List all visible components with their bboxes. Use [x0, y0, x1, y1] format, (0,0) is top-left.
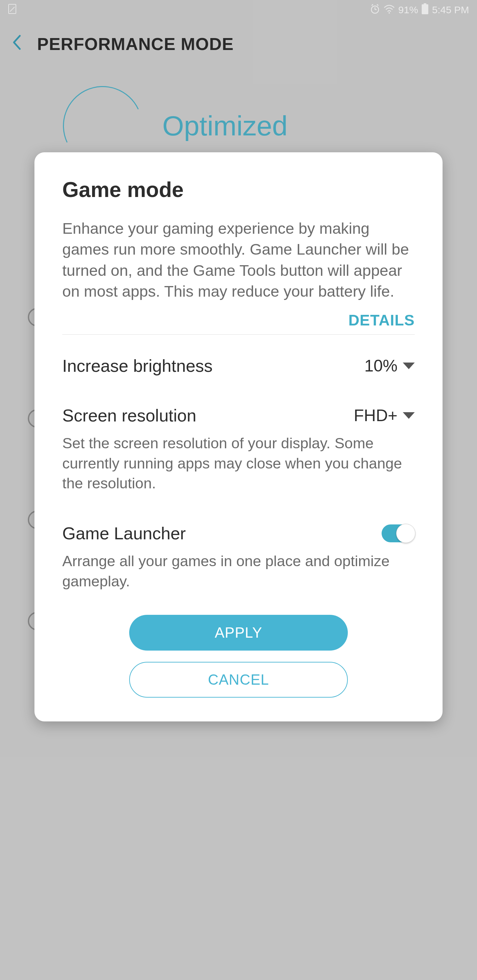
resolution-label: Screen resolution — [62, 406, 196, 425]
brightness-dropdown[interactable]: 10% — [364, 356, 415, 375]
dialog-description: Enhance your gaming experience by making… — [62, 218, 415, 302]
divider — [62, 334, 415, 335]
apply-button[interactable]: APPLY — [129, 615, 348, 651]
chevron-down-icon — [403, 412, 415, 419]
resolution-row[interactable]: Screen resolution FHD+ — [62, 406, 415, 425]
details-link[interactable]: DETAILS — [62, 311, 415, 329]
resolution-value: FHD+ — [354, 406, 397, 425]
brightness-label: Increase brightness — [62, 356, 213, 376]
brightness-value: 10% — [364, 356, 397, 375]
game-launcher-description: Arrange all your games in one place and … — [62, 551, 415, 592]
dialog-buttons: APPLY CANCEL — [62, 615, 415, 698]
chevron-down-icon — [403, 363, 415, 369]
brightness-row[interactable]: Increase brightness 10% — [62, 356, 415, 376]
game-launcher-toggle[interactable] — [381, 525, 415, 542]
resolution-description: Set the screen resolution of your displa… — [62, 433, 415, 494]
toggle-knob — [396, 524, 415, 543]
resolution-dropdown[interactable]: FHD+ — [354, 406, 415, 425]
cancel-button[interactable]: CANCEL — [129, 662, 348, 698]
game-launcher-label: Game Launcher — [62, 523, 186, 543]
game-launcher-section: Game Launcher Arrange all your games in … — [62, 523, 415, 592]
dialog-title: Game mode — [62, 177, 415, 202]
game-mode-dialog: Game mode Enhance your gaming experience… — [34, 152, 443, 721]
game-launcher-row[interactable]: Game Launcher — [62, 523, 415, 543]
resolution-section: Screen resolution FHD+ Set the screen re… — [62, 406, 415, 494]
brightness-section: Increase brightness 10% — [62, 356, 415, 376]
